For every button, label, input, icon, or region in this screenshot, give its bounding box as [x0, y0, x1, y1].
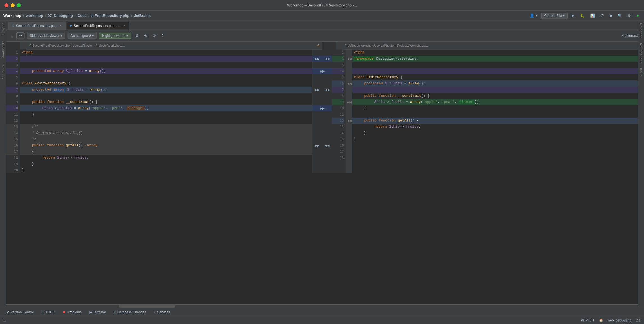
- db-changes-icon: ⊞: [113, 310, 116, 314]
- right-arrow-gutter: ◀◀ ◀◀ ◀◀ ◀◀: [346, 50, 352, 173]
- bottom-tab-terminal[interactable]: ▶ Terminal: [86, 309, 109, 315]
- plugins-button[interactable]: ●: [635, 13, 641, 18]
- bookmarks-panel-label[interactable]: Bookmarks: [1, 40, 5, 58]
- diff-extra-button[interactable]: ⊕: [142, 33, 149, 38]
- breadcrumb-jetbrains[interactable]: JetBrains: [134, 14, 151, 18]
- code-line-16: public function getAll(): array: [20, 142, 312, 148]
- bottom-tab-problems[interactable]: Problems: [60, 309, 85, 315]
- code-line-10: $this->_fruits = array('apple', 'pear', …: [20, 105, 312, 111]
- stop-button[interactable]: ■: [608, 13, 614, 18]
- run-button[interactable]: ▶: [570, 13, 576, 18]
- breadcrumb-file[interactable]: FruitRepository.php: [95, 14, 129, 18]
- viewer-label: Side-by-side viewer: [30, 34, 59, 38]
- code-line-15: */: [20, 136, 312, 142]
- profile-run-button[interactable]: ⏱: [599, 13, 606, 18]
- nav-down-button[interactable]: ↓: [10, 33, 14, 39]
- services-icon: ○: [154, 310, 156, 314]
- bottom-tabs: ⎇ Version Control ☰ TODO Problems ▶ Term…: [0, 308, 644, 316]
- sep-9: [312, 99, 332, 105]
- breadcrumb-debugging[interactable]: 07_Debugging: [48, 14, 73, 18]
- todo-label: TODO: [46, 310, 55, 314]
- arrow-right-icon-5: ▶▶: [315, 144, 319, 147]
- breadcrumb-workshop2[interactable]: workshop: [26, 14, 43, 18]
- bottom-tab-vcs[interactable]: ⎇ Version Control: [2, 309, 37, 315]
- settings-button[interactable]: ⚙: [626, 13, 633, 18]
- horizontal-scrollbar[interactable]: [6, 304, 638, 308]
- left-line-numbers: 12345 678910 1112131415 1617181920: [6, 50, 20, 173]
- vcs-icon: ⎇: [6, 310, 10, 314]
- r-code-line-1: <?php: [352, 50, 638, 56]
- services-label: Services: [157, 310, 170, 314]
- code-line-11: }: [20, 111, 312, 118]
- title-bar: Workshop – SecondFruitRepository.php -..…: [0, 0, 644, 11]
- close-button[interactable]: [5, 3, 8, 7]
- code-line-3: [20, 62, 312, 68]
- diff-sync-button[interactable]: ⟳: [151, 33, 158, 38]
- run-config-dropdown[interactable]: Current File ▾: [541, 13, 568, 19]
- sep-7: ▶▶ ◀◀: [312, 87, 332, 93]
- sep-11: [312, 111, 332, 118]
- structure-panel-label[interactable]: Structure: [1, 64, 5, 79]
- traffic-lights[interactable]: [5, 3, 21, 7]
- sep-12: [312, 118, 332, 124]
- gutter-arrow-12: ◀◀: [346, 118, 352, 124]
- sep-4: ▶▶: [312, 68, 332, 74]
- code-line-7: protected array $_fruits = array();: [20, 87, 312, 93]
- minimize-button[interactable]: [11, 3, 15, 7]
- bottom-tab-services[interactable]: ○ Services: [151, 309, 174, 315]
- database-panel-label[interactable]: Database: [639, 21, 643, 41]
- sep-6: [312, 80, 332, 87]
- r-code-line-18: [352, 155, 638, 161]
- r-code-line-12: public function getAll() {: [352, 118, 638, 124]
- breadcrumb-workshop[interactable]: Workshop: [3, 14, 21, 18]
- r-code-line-10: }: [352, 105, 638, 111]
- highlight-dropdown[interactable]: Highlight words ▾: [99, 33, 131, 39]
- coverage-button[interactable]: 📊: [589, 13, 596, 18]
- profile-button[interactable]: 👤 ▾: [528, 13, 539, 18]
- r-code-line-8: public function __construct() {: [352, 93, 638, 99]
- bottom-tab-todo[interactable]: ☰ TODO: [38, 309, 59, 315]
- arrow-left-icon-3: ◀◀: [325, 144, 329, 147]
- r-code-line-3: [352, 62, 638, 68]
- r-code-line-14: }: [352, 130, 638, 136]
- ignore-label: Do not ignore: [71, 34, 91, 38]
- code-line-12: [20, 118, 312, 124]
- search-button[interactable]: 🔍: [616, 13, 624, 18]
- code-line-6: class FruitRepository {: [20, 80, 312, 87]
- debug-button[interactable]: 🐛: [578, 13, 586, 18]
- code-line-1: <?php: [20, 50, 312, 56]
- window-title: Workshop – SecondFruitRepository.php -..…: [287, 3, 357, 7]
- notifications-panel-label[interactable]: Notifications: [639, 41, 643, 66]
- breadcrumb-bar: Workshop › workshop › 07_Debugging › Cod…: [0, 11, 644, 21]
- code-area: 12345 678910 1112131415 1617181920 <?php…: [6, 50, 638, 173]
- tab-close-1[interactable]: ✕: [59, 24, 62, 28]
- edit-button[interactable]: ✏: [16, 32, 24, 39]
- make-panel-label[interactable]: make: [639, 66, 643, 79]
- tab-close-2[interactable]: ✕: [123, 24, 126, 28]
- scrollbar-thumb[interactable]: [119, 305, 175, 308]
- ignore-dropdown[interactable]: Do not ignore ▾: [68, 33, 97, 39]
- highlight-label: Highlight words: [102, 34, 125, 38]
- arrow-left-icon-2: ◀◀: [325, 88, 329, 92]
- tab-secondfruit-php[interactable]: © SecondFruitRepository.php ✕: [8, 22, 66, 30]
- status-php: PHP: 8.1: [581, 318, 594, 322]
- left-arrow-header: [20, 42, 26, 50]
- diff-help-button[interactable]: ?: [160, 33, 165, 38]
- status-checkbox[interactable]: ☐: [3, 318, 6, 322]
- left-file-header: ✓ SecondFruitRepository.php (/Users/ /Ph…: [26, 42, 322, 50]
- sep-15: [312, 136, 332, 142]
- project-panel-label[interactable]: Project: [1, 23, 5, 35]
- viewer-dropdown[interactable]: Side-by-side viewer ▾: [27, 33, 65, 39]
- sep-8: [312, 93, 332, 99]
- code-line-18: return $this->_fruits;: [20, 155, 312, 161]
- file-headers: ✓ SecondFruitRepository.php (/Users/ /Ph…: [6, 42, 638, 50]
- diff-settings-icon[interactable]: ⚙: [133, 33, 140, 38]
- maximize-button[interactable]: [17, 3, 21, 7]
- terminal-icon: ▶: [90, 310, 92, 314]
- gutter-arrow-2: ◀◀: [346, 56, 352, 62]
- tab-diff[interactable]: ⇄ SecondFruitRepository.php - ... ✕: [66, 22, 129, 30]
- sep-10: ▶▶: [312, 105, 332, 111]
- bottom-tab-db-changes[interactable]: ⊞ Database Changes: [110, 309, 149, 315]
- sep-14: [312, 130, 332, 136]
- breadcrumb-code[interactable]: Code: [77, 14, 87, 18]
